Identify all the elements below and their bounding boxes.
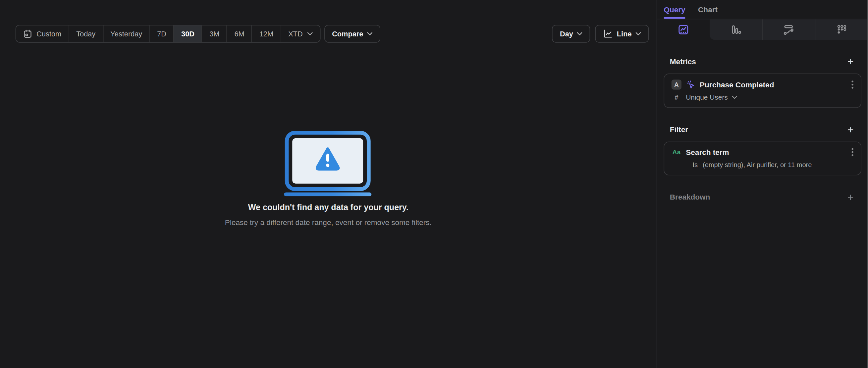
chevron-down-icon [367,32,373,35]
report-canvas: Custom Today Yesterday 7D 30D 3M 6M 12M … [0,0,657,368]
filter-overflow-menu[interactable] [851,147,854,157]
date-range-30d-active[interactable]: 30D [174,26,202,42]
date-range-label: Custom [36,29,61,38]
metric-event-name[interactable]: Purchase Completed [700,80,847,89]
chart-style-label: Line [617,29,632,38]
ellipsis-vertical-icon [851,147,854,157]
insights-line-chart-icon [678,24,689,35]
date-range-3m[interactable]: 3M [202,26,227,42]
ellipsis-vertical-icon [851,80,854,89]
compare-button[interactable]: Compare [324,25,380,42]
calendar-icon [23,29,32,38]
aggregation-label: Unique Users [686,93,728,101]
chevron-down-icon [732,96,738,99]
filter-section-header: Filter + [670,125,854,135]
date-range-yesterday[interactable]: Yesterday [103,26,150,42]
hash-icon: # [672,93,681,101]
chevron-down-icon [636,32,641,35]
tab-query[interactable]: Query [663,0,685,19]
chart-type-flow[interactable] [762,19,815,40]
metrics-title: Metrics [670,58,696,66]
filter-property-name[interactable]: Search term [686,148,847,156]
panel-scrollbar[interactable] [867,0,868,368]
breakdown-title: Breakdown [670,193,710,201]
metric-card[interactable]: A Purchase Completed # Unique Users [663,73,861,108]
date-range-group: Custom Today Yesterday 7D 30D 3M 6M 12M … [16,25,320,42]
filter-operator[interactable]: Is [692,161,698,168]
chart-type-retention[interactable] [815,19,868,40]
interval-label: Day [560,29,573,38]
tab-chart[interactable]: Chart [698,0,718,19]
filter-value[interactable]: (empty string), Air purifier, or 11 more [703,161,812,168]
breakdown-section-header: Breakdown + [670,192,854,203]
filter-card[interactable]: Aa Search term Is (empty string), Air pu… [663,142,861,175]
event-click-icon [686,80,695,89]
chevron-down-icon [577,32,583,35]
add-filter-button[interactable]: + [847,125,854,135]
metrics-section-header: Metrics + [670,56,854,67]
date-range-xtd[interactable]: XTD [281,26,320,42]
chart-type-bar[interactable] [710,19,762,40]
date-range-12m[interactable]: 12M [252,26,281,42]
chevron-down-icon [307,32,313,35]
add-breakdown-button[interactable]: + [847,192,854,203]
add-metric-button[interactable]: + [847,56,854,67]
date-range-custom[interactable]: Custom [16,26,69,42]
chart-type-insights-active[interactable] [657,19,709,40]
metric-overflow-menu[interactable] [851,80,854,89]
app-window: Custom Today Yesterday 7D 30D 3M 6M 12M … [0,0,868,368]
no-data-illustration [284,130,372,199]
interval-dropdown[interactable]: Day [552,25,590,42]
chart-type-tab-bar [657,19,868,40]
string-property-icon: Aa [672,148,681,155]
dot-grid-icon [836,24,847,35]
empty-state-title: We couldn't find any data for your query… [0,203,657,212]
filter-clause[interactable]: Is (empty string), Air purifier, or 11 m… [672,161,855,168]
date-range-6m[interactable]: 6M [227,26,252,42]
chart-display-controls: Day Line [552,25,649,42]
empty-state-subtitle: Please try a different date range, event… [0,219,657,227]
flow-chart-icon [783,24,795,35]
query-builder-panel: Query Chart [657,0,868,368]
filter-title: Filter [670,126,688,134]
date-range-7d[interactable]: 7D [150,26,174,42]
panel-tab-bar: Query Chart [657,0,868,19]
date-range-today[interactable]: Today [69,26,103,42]
line-chart-icon [603,29,613,39]
chart-style-dropdown[interactable]: Line [595,25,649,42]
metric-letter-badge: A [672,80,681,90]
report-toolbar: Custom Today Yesterday 7D 30D 3M 6M 12M … [16,25,649,42]
bar-chart-icon [730,24,741,35]
aggregation-dropdown[interactable]: Unique Users [686,93,737,101]
compare-label: Compare [332,29,363,38]
